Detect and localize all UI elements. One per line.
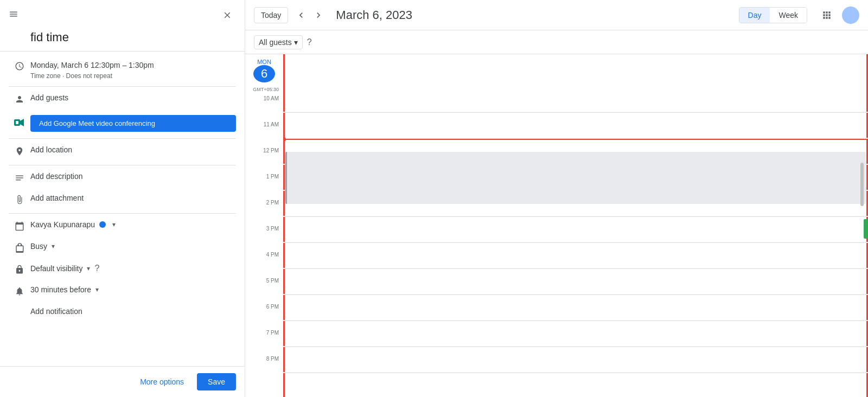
hour-line-5pm bbox=[283, 269, 868, 295]
visibility-display: Default visibility ▾ ? bbox=[30, 264, 236, 273]
hour-line-8pm bbox=[283, 347, 868, 373]
calendar-owner-content: Kavya Kupunarapu ▾ bbox=[30, 220, 236, 229]
time-10am: 10 AM bbox=[245, 94, 283, 120]
hour-line-2pm bbox=[283, 191, 868, 217]
add-guests-label: Add guests bbox=[30, 93, 236, 102]
time-11am: 11 AM bbox=[245, 120, 283, 146]
svg-rect-2 bbox=[16, 121, 18, 124]
calendar-owner-display: Kavya Kupunarapu ▾ bbox=[30, 220, 236, 229]
day-header: MON 6 bbox=[245, 54, 283, 87]
visibility-dropdown[interactable]: ▾ bbox=[87, 265, 90, 272]
calendar-owner-row: Kavya Kupunarapu ▾ bbox=[0, 216, 245, 238]
datetime-sub: Time zone · Does not repeat bbox=[30, 72, 236, 80]
bell-icon bbox=[9, 285, 30, 296]
apps-icon[interactable] bbox=[816, 4, 838, 26]
location-icon bbox=[9, 145, 30, 156]
calendar-owner-name: Kavya Kupunarapu bbox=[30, 220, 95, 229]
add-notification-row[interactable]: Add notification bbox=[0, 303, 245, 324]
status-label: Busy bbox=[30, 242, 47, 251]
visibility-row: Default visibility ▾ ? bbox=[0, 259, 245, 281]
hour-line-6pm bbox=[283, 295, 868, 321]
time-labels-container: 10 AM 11 AM 12 PM 1 PM 2 PM 3 PM 4 PM 5 … bbox=[245, 94, 283, 397]
datetime-content: Monday, March 6 12:30pm – 1:30pm Time zo… bbox=[30, 60, 236, 80]
view-toggle: Day Week bbox=[739, 7, 807, 23]
visibility-help-icon[interactable]: ? bbox=[94, 264, 99, 273]
events-area bbox=[283, 54, 868, 397]
calendar-icon bbox=[9, 220, 30, 231]
guests-help-icon[interactable]: ? bbox=[307, 37, 312, 47]
reminder-dropdown[interactable]: ▾ bbox=[95, 286, 99, 293]
add-guests-content: Add guests bbox=[30, 93, 236, 102]
busy-icon bbox=[9, 242, 30, 253]
panel-header bbox=[0, 0, 245, 28]
green-status-bar bbox=[864, 219, 868, 239]
gmt-label: GMT+05:30 bbox=[245, 87, 283, 92]
more-options-button[interactable]: More options bbox=[131, 373, 193, 390]
current-time-line bbox=[283, 139, 868, 140]
user-avatar[interactable] bbox=[842, 7, 859, 24]
status-display: Busy ▾ bbox=[30, 242, 236, 251]
visibility-label: Default visibility bbox=[30, 264, 82, 273]
time-1pm: 1 PM bbox=[245, 172, 283, 198]
add-attachment-content: Add attachment bbox=[30, 194, 236, 202]
divider-2 bbox=[9, 138, 236, 139]
save-button[interactable]: Save bbox=[197, 373, 236, 390]
hamburger-icon[interactable] bbox=[9, 9, 18, 22]
visibility-content: Default visibility ▾ ? bbox=[30, 264, 236, 273]
description-icon bbox=[9, 172, 30, 183]
add-description-row[interactable]: Add description bbox=[0, 168, 245, 189]
google-meet-logo-icon bbox=[13, 116, 26, 129]
time-7pm: 7 PM bbox=[245, 329, 283, 355]
time-4pm: 4 PM bbox=[245, 251, 283, 277]
svg-marker-1 bbox=[20, 119, 24, 126]
attachment-icon bbox=[9, 194, 30, 204]
next-nav-button[interactable] bbox=[310, 7, 327, 24]
status-dropdown[interactable]: ▾ bbox=[52, 242, 55, 250]
hour-line-3pm bbox=[283, 217, 868, 243]
lock-icon bbox=[9, 264, 30, 274]
hour-line-11 bbox=[283, 113, 868, 139]
time-3pm: 3 PM bbox=[245, 225, 283, 251]
event-form-panel: fid time Monday, March 6 12:30pm – 1:30p… bbox=[0, 0, 245, 397]
day-label: MON bbox=[257, 59, 271, 65]
add-attachment-label: Add attachment bbox=[30, 194, 236, 202]
calendar-panel: Today March 6, 2023 Day Week All guests … bbox=[245, 0, 868, 397]
today-button[interactable]: Today bbox=[254, 7, 288, 23]
calendar-title: March 6, 2023 bbox=[336, 8, 730, 22]
status-content: Busy ▾ bbox=[30, 242, 236, 251]
add-attachment-row[interactable]: Add attachment bbox=[0, 189, 245, 211]
meet-btn-content: Add Google Meet video conferencing bbox=[30, 115, 236, 132]
add-location-content: Add location bbox=[30, 145, 236, 154]
calendar-owner-dropdown[interactable]: ▾ bbox=[112, 221, 116, 228]
divider-1 bbox=[9, 86, 236, 87]
datetime-main: Monday, March 6 12:30pm – 1:30pm bbox=[30, 60, 236, 71]
reminder-label: 30 minutes before bbox=[30, 285, 91, 294]
time-6pm: 6 PM bbox=[245, 303, 283, 329]
day-number: 6 bbox=[253, 65, 275, 82]
status-row: Busy ▾ bbox=[0, 238, 245, 259]
calendar-color-dot bbox=[99, 221, 106, 228]
add-location-row[interactable]: Add location bbox=[0, 141, 245, 163]
all-guests-dropdown[interactable]: All guests ▾ bbox=[254, 35, 303, 49]
time-12pm: 12 PM bbox=[245, 146, 283, 172]
scrollbar[interactable] bbox=[860, 163, 864, 206]
reminder-display: 30 minutes before ▾ bbox=[30, 285, 236, 294]
hour-line-7pm bbox=[283, 321, 868, 347]
reminder-content: 30 minutes before ▾ bbox=[30, 285, 236, 294]
add-description-content: Add description bbox=[30, 172, 236, 181]
week-view-button[interactable]: Week bbox=[770, 8, 807, 23]
time-5pm: 5 PM bbox=[245, 277, 283, 303]
hour-line-1pm bbox=[283, 165, 868, 191]
divider-4 bbox=[9, 213, 236, 214]
close-icon[interactable] bbox=[219, 7, 236, 24]
current-time-dot bbox=[283, 137, 286, 142]
hours-grid bbox=[283, 87, 868, 397]
add-meet-button[interactable]: Add Google Meet video conferencing bbox=[30, 115, 236, 132]
reminder-row: 30 minutes before ▾ bbox=[0, 281, 245, 303]
form-rows: Monday, March 6 12:30pm – 1:30pm Time zo… bbox=[0, 52, 245, 366]
add-description-label: Add description bbox=[30, 172, 236, 181]
add-guests-row[interactable]: Add guests bbox=[0, 89, 245, 111]
prev-nav-button[interactable] bbox=[292, 7, 310, 24]
time-8pm: 8 PM bbox=[245, 355, 283, 381]
day-view-button[interactable]: Day bbox=[739, 8, 770, 23]
